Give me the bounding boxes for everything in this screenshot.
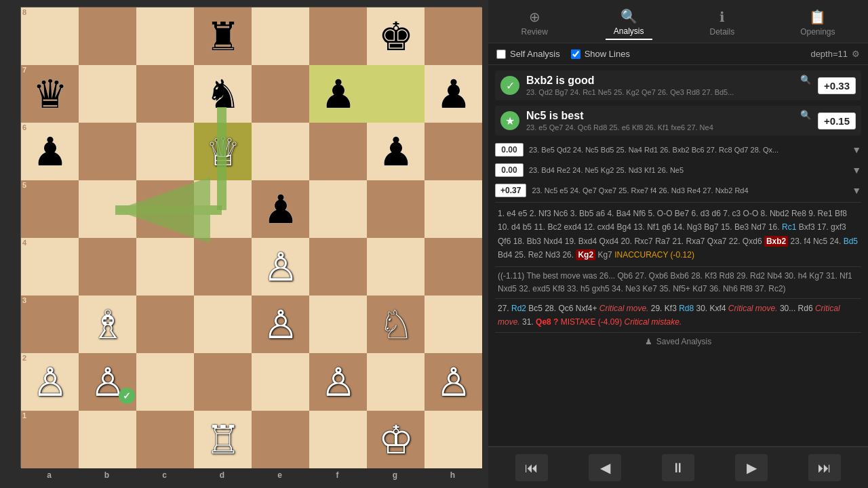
board-square[interactable]: [194, 296, 252, 353]
board-square[interactable]: [136, 238, 194, 296]
move-option-1[interactable]: 0.00 23. Be5 Qd2 24. Nc5 Bd5 25. Na4 Rd1…: [495, 141, 861, 159]
board-square[interactable]: 5: [21, 180, 79, 238]
file-e: e: [251, 470, 309, 480]
chess-piece: ♟: [321, 75, 356, 114]
board-square[interactable]: [252, 353, 309, 411]
nav-review[interactable]: ⊕ Review: [513, 6, 555, 39]
board-square[interactable]: [309, 238, 367, 296]
board-square[interactable]: [309, 296, 367, 353]
board-square[interactable]: ♙: [252, 296, 309, 353]
search-icon-good[interactable]: 🔍: [800, 75, 811, 85]
board-square[interactable]: [252, 411, 309, 468]
self-analysis-checkbox[interactable]: [496, 49, 506, 59]
board-square[interactable]: [367, 238, 425, 296]
nav-details[interactable]: ℹ Details: [701, 6, 743, 39]
expand-btn-2[interactable]: ▼: [852, 165, 861, 176]
board-square[interactable]: [252, 123, 309, 180]
board-square[interactable]: [309, 123, 367, 180]
last-move-button[interactable]: ⏭: [808, 454, 841, 481]
board-square[interactable]: [136, 180, 194, 238]
board-square[interactable]: 3: [21, 296, 79, 353]
saved-analysis-icon: ♟: [645, 337, 652, 346]
chess-piece: ♗: [90, 305, 125, 344]
board-square[interactable]: [367, 180, 425, 238]
board-square[interactable]: [136, 353, 194, 411]
show-lines-checkbox[interactable]: [571, 49, 580, 59]
next-move-button[interactable]: ▶: [735, 454, 768, 481]
board-square[interactable]: [309, 180, 367, 238]
board-square[interactable]: [425, 296, 482, 353]
board-square[interactable]: 4: [21, 238, 79, 296]
board-square[interactable]: ♙: [252, 238, 309, 296]
chess-piece: ♖: [205, 420, 241, 460]
board-square[interactable]: 6♟: [21, 123, 79, 180]
board-square[interactable]: ♙: [309, 353, 367, 411]
board-square[interactable]: ♜: [194, 7, 252, 65]
board-square[interactable]: [194, 353, 252, 411]
board-square[interactable]: [136, 296, 194, 353]
rank-label: 7: [22, 66, 26, 74]
expand-btn-3[interactable]: ▼: [852, 185, 861, 196]
board-square[interactable]: [79, 180, 136, 238]
good-move-info: Bxb2 is good 23. Qd2 Bg7 24. Rc1 Ne5 25.…: [526, 75, 793, 96]
board-square[interactable]: ♚: [367, 7, 425, 65]
commentary-block: ((-1.11) The best move was 26... Qb6 27.…: [495, 266, 861, 298]
board-square[interactable]: [79, 65, 136, 123]
nav-analysis[interactable]: 🔍 Analysis: [606, 5, 652, 40]
move-option-3[interactable]: +0.37 23. Nc5 e5 24. Qe7 Qxe7 25. Rxe7 f…: [495, 182, 861, 199]
board-square[interactable]: [194, 238, 252, 296]
board-square[interactable]: [79, 7, 136, 65]
expand-btn-1[interactable]: ▼: [852, 144, 861, 155]
board-square[interactable]: ♖: [194, 411, 252, 468]
move-option-2[interactable]: 0.00 23. Bd4 Re2 24. Ne5 Kg2 25. Nd3 Kf1…: [495, 161, 861, 179]
pause-button[interactable]: ⏸: [662, 454, 694, 481]
board-square[interactable]: [309, 7, 367, 65]
board-square[interactable]: [367, 353, 425, 411]
analysis-area[interactable]: ✓ Bxb2 is good 23. Qd2 Bg7 24. Rc1 Ne5 2…: [488, 65, 868, 446]
board-square[interactable]: 8: [21, 7, 79, 65]
search-icon-best[interactable]: 🔍: [800, 110, 811, 120]
board-square[interactable]: ♟: [252, 180, 309, 238]
board-square[interactable]: ♞: [194, 65, 252, 123]
board-square[interactable]: [79, 411, 136, 468]
board-square[interactable]: ♟: [309, 65, 367, 123]
depth-gear-icon[interactable]: ⚙: [852, 49, 860, 59]
board-square[interactable]: [425, 7, 482, 65]
board-square[interactable]: [252, 7, 309, 65]
board-square[interactable]: 2♙: [21, 353, 79, 411]
board-square[interactable]: [136, 7, 194, 65]
chess-board-section: ⚙ 8♜♚7♛♞♟♟6♟♕♟5♟4♙3♗♙♘2♙♙♙♙1♖♔ ✓: [0, 0, 488, 488]
board-square[interactable]: [252, 65, 309, 123]
board-square[interactable]: ♟: [367, 123, 425, 180]
nav-openings[interactable]: 📋 Openings: [792, 6, 843, 39]
board-square[interactable]: [425, 180, 482, 238]
board-square[interactable]: [425, 411, 482, 468]
board-square[interactable]: [194, 180, 252, 238]
board-square[interactable]: [367, 65, 425, 123]
commentary-text: ((-1.11) The best move was 26... Qb6 27.…: [498, 271, 852, 293]
board-square[interactable]: [136, 411, 194, 468]
rank-label: 3: [22, 297, 26, 304]
board-square[interactable]: ♔: [367, 411, 425, 468]
chess-board[interactable]: 8♜♚7♛♞♟♟6♟♕♟5♟4♙3♗♙♘2♙♙♙♙1♖♔: [20, 7, 481, 468]
best-move-title: Nc5 is best: [526, 110, 793, 122]
board-square[interactable]: [309, 411, 367, 468]
rank-label: 2: [22, 354, 26, 362]
prev-move-button[interactable]: ◀: [589, 454, 621, 481]
board-square[interactable]: ♘: [367, 296, 425, 353]
board-square[interactable]: [79, 123, 136, 180]
show-lines-label: Show Lines: [585, 49, 630, 59]
board-square[interactable]: [136, 123, 194, 180]
board-square[interactable]: 1: [21, 411, 79, 468]
first-move-button[interactable]: ⏮: [515, 454, 548, 481]
options-bar: Self Analysis Show Lines depth=11 ⚙: [488, 43, 868, 65]
board-square[interactable]: ♕: [194, 123, 252, 180]
board-square[interactable]: [425, 123, 482, 180]
board-square[interactable]: ♗: [79, 296, 136, 353]
board-square[interactable]: [79, 238, 136, 296]
board-square[interactable]: 7♛: [21, 65, 79, 123]
board-square[interactable]: [425, 238, 482, 296]
board-square[interactable]: ♟: [425, 65, 482, 123]
board-square[interactable]: ♙: [425, 353, 482, 411]
board-square[interactable]: [136, 65, 194, 123]
